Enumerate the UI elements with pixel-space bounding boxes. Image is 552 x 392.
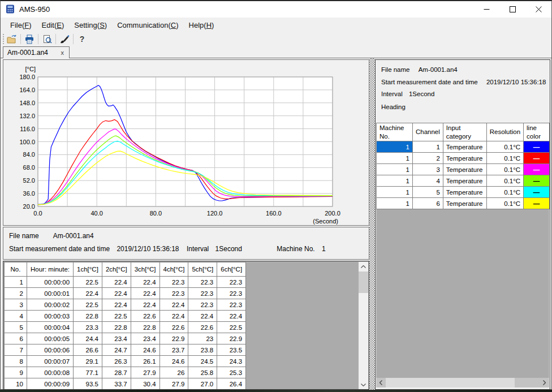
panel-splitter[interactable] bbox=[369, 58, 375, 390]
resolution-cell[interactable]: 0.1°C bbox=[486, 164, 523, 175]
menu-setting[interactable]: Setting(S) bbox=[69, 19, 112, 32]
resolution-cell[interactable]: 0.1°C bbox=[486, 175, 523, 187]
measurement-cell[interactable]: 6 bbox=[5, 333, 27, 344]
measurement-cell[interactable]: 23 bbox=[188, 333, 217, 344]
measurement-row[interactable]: 400:00:0322.822.522.622.422.422.4 bbox=[5, 311, 246, 322]
measurement-cell[interactable]: 00:00:00 bbox=[27, 277, 74, 288]
line-color-swatch[interactable]: — bbox=[524, 164, 550, 175]
resolution-cell[interactable]: 0.1°C bbox=[486, 198, 523, 209]
measurement-cell[interactable]: 22.3 bbox=[217, 288, 246, 299]
measurement-cell[interactable]: 22.3 bbox=[188, 288, 217, 299]
measurement-cell[interactable]: 22.8 bbox=[74, 311, 102, 322]
measurement-cell[interactable]: 22.4 bbox=[159, 311, 188, 322]
measurement-cell[interactable]: 27.0 bbox=[188, 378, 217, 390]
measurement-cell[interactable]: 22.4 bbox=[159, 299, 188, 311]
measurement-cell[interactable]: 25.3 bbox=[217, 367, 246, 378]
measurement-row[interactable]: 1000:00:0993.533.730.427.927.026.4 bbox=[5, 378, 246, 390]
scroll-up-button[interactable] bbox=[359, 262, 368, 272]
measurement-cell[interactable]: 23.4 bbox=[131, 333, 159, 344]
measurement-cell[interactable]: 22.5 bbox=[74, 277, 102, 288]
channel-cell[interactable]: 3 bbox=[412, 164, 443, 175]
measurement-cell[interactable]: 00:00:05 bbox=[27, 333, 74, 344]
measurement-cell[interactable]: 00:00:01 bbox=[27, 288, 74, 299]
measurement-cell[interactable]: 22.4 bbox=[102, 288, 131, 299]
category-cell[interactable]: Temperature bbox=[443, 153, 486, 164]
machine-cell[interactable]: 1 bbox=[377, 164, 413, 175]
measurement-cell[interactable]: 22.9 bbox=[217, 333, 246, 344]
measurement-cell[interactable]: 27.9 bbox=[131, 367, 159, 378]
measurement-row[interactable]: 200:00:0122.422.422.422.322.322.3 bbox=[5, 288, 246, 299]
measurement-cell[interactable]: 7 bbox=[5, 344, 27, 356]
channel-cell[interactable]: 2 bbox=[412, 153, 443, 164]
line-color-swatch[interactable]: — bbox=[524, 198, 550, 209]
print-button[interactable] bbox=[22, 33, 37, 45]
measurement-row[interactable]: 700:00:0626.624.724.623.723.823.5 bbox=[5, 344, 246, 356]
measurement-cell[interactable]: 24.6 bbox=[159, 356, 188, 367]
machine-cell[interactable]: 1 bbox=[377, 175, 413, 187]
channel-row[interactable]: 12Temperature0.1°C— bbox=[377, 153, 550, 164]
measurement-cell[interactable]: 22.9 bbox=[159, 333, 188, 344]
category-cell[interactable]: Temperature bbox=[443, 198, 486, 209]
channel-cell[interactable]: 1 bbox=[412, 141, 443, 153]
measurement-cell[interactable]: 23.8 bbox=[188, 344, 217, 356]
maximize-button[interactable] bbox=[500, 1, 525, 18]
measurement-cell[interactable]: 22.4 bbox=[74, 288, 102, 299]
measurement-cell[interactable]: 22.3 bbox=[188, 299, 217, 311]
resolution-cell[interactable]: 0.1°C bbox=[486, 153, 523, 164]
measurement-row[interactable]: 900:00:0877.128.727.92625.825.3 bbox=[5, 367, 246, 378]
channel-table[interactable]: Machine No.ChannelInput categoryResoluti… bbox=[376, 123, 550, 209]
measurement-cell[interactable]: 22.8 bbox=[102, 322, 131, 333]
measurement-cell[interactable]: 9 bbox=[5, 367, 27, 378]
measurement-cell[interactable]: 28.7 bbox=[102, 367, 131, 378]
measurement-table[interactable]: No.Hour: minute:1ch[°C]2ch[°C]3ch[°C]4ch… bbox=[4, 262, 246, 390]
scroll-left-button[interactable] bbox=[376, 378, 386, 387]
category-cell[interactable]: Temperature bbox=[443, 141, 486, 153]
measurement-cell[interactable]: 1 bbox=[5, 277, 27, 288]
measurement-row[interactable]: 300:00:0222.522.422.422.422.322.3 bbox=[5, 299, 246, 311]
channel-row[interactable]: 11Temperature0.1°C— bbox=[377, 141, 550, 153]
measurement-cell[interactable]: 00:00:06 bbox=[27, 344, 74, 356]
measurement-cell[interactable]: 27.9 bbox=[159, 378, 188, 390]
scrollbar-thumb[interactable] bbox=[359, 272, 368, 293]
measurement-cell[interactable]: 24.4 bbox=[74, 333, 102, 344]
measurement-cell[interactable]: 22.3 bbox=[217, 277, 246, 288]
measurement-cell[interactable]: 22.3 bbox=[188, 277, 217, 288]
measurement-cell[interactable]: 33.7 bbox=[102, 378, 131, 390]
resolution-cell[interactable]: 0.1°C bbox=[486, 141, 523, 153]
measurement-cell[interactable]: 4 bbox=[5, 311, 27, 322]
measurement-cell[interactable]: 29.1 bbox=[74, 356, 102, 367]
measurement-cell[interactable]: 22.3 bbox=[159, 277, 188, 288]
category-cell[interactable]: Temperature bbox=[443, 175, 486, 187]
measurement-cell[interactable]: 26.3 bbox=[102, 356, 131, 367]
measurement-cell[interactable]: 26.4 bbox=[217, 378, 246, 390]
measurement-cell[interactable]: 22.4 bbox=[188, 311, 217, 322]
draw-button[interactable] bbox=[57, 33, 72, 45]
channel-cell[interactable]: 5 bbox=[412, 187, 443, 198]
measurement-cell[interactable]: 22.4 bbox=[102, 299, 131, 311]
measurement-row[interactable]: 500:00:0423.322.822.822.622.622.5 bbox=[5, 322, 246, 333]
measurement-cell[interactable]: 00:00:03 bbox=[27, 311, 74, 322]
measurement-cell[interactable]: 00:00:07 bbox=[27, 356, 74, 367]
measurement-cell[interactable]: 22.3 bbox=[217, 299, 246, 311]
measurement-cell[interactable]: 23.7 bbox=[159, 344, 188, 356]
measurement-cell[interactable]: 22.5 bbox=[74, 299, 102, 311]
open-button[interactable] bbox=[5, 33, 19, 45]
measurement-cell[interactable]: 00:00:09 bbox=[27, 378, 74, 390]
measurement-cell[interactable]: 00:00:08 bbox=[27, 367, 74, 378]
minimize-button[interactable] bbox=[474, 1, 499, 18]
measurement-cell[interactable]: 22.5 bbox=[102, 311, 131, 322]
measurement-cell[interactable]: 10 bbox=[5, 378, 27, 390]
measurement-cell[interactable]: 26.6 bbox=[74, 344, 102, 356]
measurement-cell[interactable]: 22.5 bbox=[217, 322, 246, 333]
measurement-cell[interactable]: 24.6 bbox=[131, 344, 159, 356]
channel-cell[interactable]: 6 bbox=[412, 198, 443, 209]
machine-cell[interactable]: 1 bbox=[377, 187, 413, 198]
scroll-down-button[interactable] bbox=[359, 380, 368, 390]
measurement-cell[interactable]: 25.8 bbox=[188, 367, 217, 378]
machine-cell[interactable]: 1 bbox=[377, 198, 413, 209]
measurement-cell[interactable]: 22.3 bbox=[159, 288, 188, 299]
measurement-cell[interactable]: 24.5 bbox=[188, 356, 217, 367]
tab-am0001[interactable]: Am-0001.an4 x bbox=[3, 46, 70, 58]
measurement-cell[interactable]: 22.4 bbox=[131, 277, 159, 288]
help-button[interactable]: ? bbox=[75, 33, 89, 45]
